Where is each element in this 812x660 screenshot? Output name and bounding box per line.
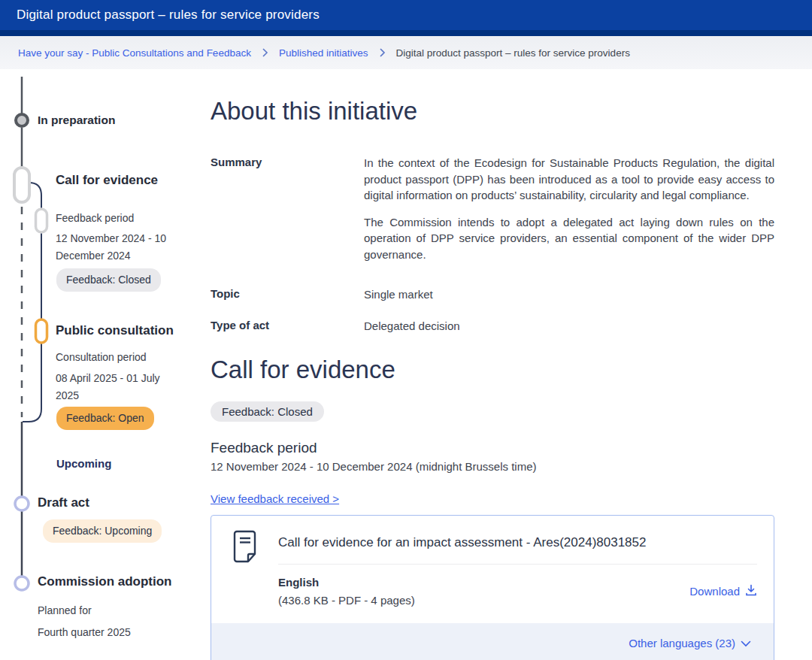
download-icon <box>745 584 757 598</box>
download-label: Download <box>689 585 740 598</box>
breadcrumb: Have your say - Public Consultations and… <box>0 36 812 69</box>
timeline-stage-commission-adoption: Commission adoption <box>38 574 172 589</box>
substage-marker-feedback-period <box>36 209 47 232</box>
language-name: English <box>278 576 415 589</box>
language-info: English (436.8 KB - PDF - 4 pages) <box>278 576 415 607</box>
document-card-main: Call for evidence for an impact assessme… <box>278 529 757 607</box>
status-badge-feedback-closed: Feedback: Closed <box>211 401 324 422</box>
stage-marker-call-for-evidence <box>14 168 29 202</box>
chevron-right-icon <box>379 48 386 57</box>
topic-field: Topic Single market <box>211 286 774 303</box>
document-title: Call for evidence for an impact assessme… <box>278 529 757 565</box>
breadcrumb-link-published-initiatives[interactable]: Published initiatives <box>279 47 368 59</box>
other-languages-button[interactable]: Other languages (23) <box>629 637 751 649</box>
timeline-dates-call-for-evidence: 12 November 2024 - 10 December 2024 <box>56 230 180 265</box>
other-languages-label: Other languages (23) <box>629 637 735 649</box>
timeline-stage-draft-act: Draft act <box>38 495 89 510</box>
breadcrumb-link-have-your-say[interactable]: Have your say - Public Consultations and… <box>18 47 251 59</box>
summary-paragraph-1: In the context of the Ecodesign for Sust… <box>364 155 774 204</box>
process-timeline: In preparation Call for evidence Feedbac… <box>0 69 203 660</box>
type-of-act-field: Type of act Delegated decision <box>211 318 774 335</box>
status-badge-feedback-closed: Feedback: Closed <box>56 268 161 292</box>
summary-field: Summary In the context of the Ecodesign … <box>211 155 774 262</box>
page-title: Digital product passport – rules for ser… <box>17 8 320 23</box>
file-info: (436.8 KB - PDF - 4 pages) <box>278 594 415 607</box>
timeline-planned-for-label: Planned for <box>38 602 92 619</box>
chevron-right-icon <box>262 48 268 57</box>
document-card-body: Call for evidence for an impact assessme… <box>211 516 774 623</box>
document-card-footer: Other languages (23) <box>211 623 774 660</box>
type-of-act-label: Type of act <box>211 318 364 335</box>
breadcrumb-current: Digital product passport – rules for ser… <box>396 47 630 59</box>
timeline-sublabel-feedback-period: Feedback period <box>56 210 134 227</box>
topic-label: Topic <box>211 286 364 303</box>
timeline-stage-call-for-evidence: Call for evidence <box>56 173 158 188</box>
chevron-down-icon <box>741 637 751 649</box>
page: Digital product passport – rules for ser… <box>0 0 812 660</box>
summary-label: Summary <box>211 155 364 262</box>
document-card: Call for evidence for an impact assessme… <box>211 515 774 660</box>
timeline-upcoming-label: Upcoming <box>56 455 111 472</box>
main-content: About this initiative Summary In the con… <box>211 69 774 660</box>
summary-paragraph-2: The Commission intends to adopt a delega… <box>364 214 774 263</box>
feedback-period-dates: 12 November 2024 - 10 December 2024 (mid… <box>211 460 774 473</box>
status-badge-feedback-upcoming: Feedback: Upcoming <box>43 519 162 543</box>
timeline-stage-in-preparation: In preparation <box>38 113 115 127</box>
document-icon <box>231 529 259 607</box>
summary-value: In the context of the Ecodesign for Sust… <box>364 155 774 262</box>
timeline-sublabel-consultation-period: Consultation period <box>56 349 147 366</box>
substage-marker-public-consultation <box>36 319 47 343</box>
topic-value: Single market <box>364 286 774 303</box>
timeline-dates-public-consultation: 08 April 2025 - 01 July 2025 <box>56 370 172 404</box>
timeline-stage-public-consultation: Public consultation <box>56 323 174 338</box>
timeline-planned-date: Fourth quarter 2025 <box>38 624 131 641</box>
feedback-period-heading: Feedback period <box>211 440 774 456</box>
app-header: Digital product passport – rules for ser… <box>0 0 812 30</box>
call-for-evidence-heading: Call for evidence <box>211 355 774 385</box>
stage-marker-commission-adoption <box>15 577 29 590</box>
language-row: English (436.8 KB - PDF - 4 pages) Downl… <box>278 576 757 607</box>
view-feedback-link-wrap: View feedback received > <box>211 492 774 506</box>
header-stripe <box>0 30 812 36</box>
download-button[interactable]: Download <box>689 584 757 598</box>
view-feedback-link[interactable]: View feedback received > <box>211 492 339 505</box>
type-of-act-value: Delegated decision <box>364 318 774 335</box>
status-badge-feedback-open: Feedback: Open <box>56 407 154 430</box>
stage-marker-in-preparation <box>16 114 28 126</box>
call-for-evidence-badge-wrap: Feedback: Closed <box>211 401 774 422</box>
about-heading: About this initiative <box>211 96 774 126</box>
stage-marker-draft-act <box>15 497 29 510</box>
